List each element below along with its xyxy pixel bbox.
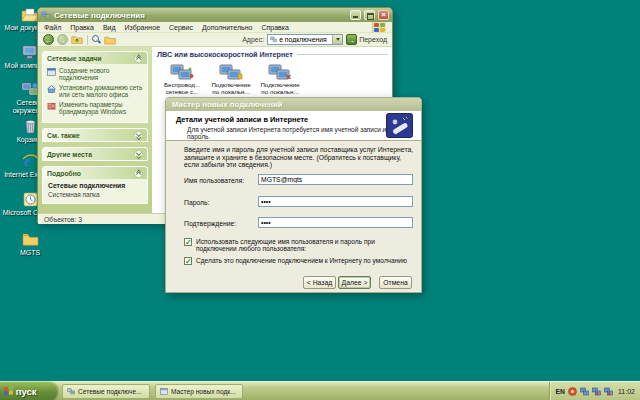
menu-tools[interactable]: Сервис [169, 24, 193, 31]
tray-network-offline-icon[interactable]: × [604, 387, 613, 396]
language-indicator[interactable]: EN [556, 388, 565, 395]
new-connection-wizard-dialog: Мастер новых подключений Детали учетной … [165, 97, 422, 293]
taskbar-button-wizard[interactable]: Мастер новых подк... [155, 384, 243, 399]
details-title: Сетевые подключения [48, 182, 143, 189]
network-tasks-section: Сетевые задачи Создание нового подключен… [42, 51, 148, 123]
use-credentials-label: Использовать следующие имя пользователя … [196, 238, 412, 253]
menu-edit[interactable]: Правка [70, 24, 94, 31]
address-label: Адрес: [242, 36, 264, 43]
password-label: Пароль: [184, 199, 209, 206]
back-button[interactable]: < Назад [303, 276, 336, 289]
default-connection-label: Сделать это подключение подключением к И… [196, 257, 407, 265]
minimize-button[interactable] [350, 10, 361, 20]
confirm-password-field[interactable] [258, 217, 413, 228]
tray-network-icon[interactable] [580, 387, 589, 396]
folders-button[interactable] [104, 35, 116, 45]
new-connection-icon [47, 67, 56, 81]
lan-connection-icon [208, 63, 254, 81]
go-button[interactable]: → Переход [346, 34, 387, 45]
content-group-header: ЛВС или высокоскоростной Интернет [157, 50, 388, 59]
system-tray: EN × × 11:02 [549, 382, 640, 400]
menu-help[interactable]: Справка [261, 24, 288, 31]
wizard-titlebar[interactable]: Мастер новых подключений [166, 98, 421, 111]
other-places-section: Другие места [42, 147, 148, 161]
chevron-up-icon[interactable] [134, 54, 143, 63]
next-button[interactable]: Далее > [338, 276, 371, 289]
desktop-icon-label: MGTS [2, 249, 58, 257]
see-also-section: См. также [42, 128, 148, 142]
other-places-header[interactable]: Другие места [43, 148, 147, 160]
username-label: Имя пользователя: [184, 177, 244, 184]
details-subtitle: Системная папка [48, 191, 143, 198]
use-credentials-checkbox-row: ✓ Использовать следующие имя пользовател… [184, 238, 412, 253]
wizard-window-icon [160, 388, 168, 395]
taskbar-button-network-connections[interactable]: Сетевые подключе... [62, 384, 150, 399]
address-value: е подключения [279, 36, 330, 43]
connection-lan-1[interactable]: Подключение по локальн... [208, 63, 254, 95]
wizard-phone-icon [386, 113, 413, 138]
confirm-password-label: Подтверждение: [184, 220, 236, 227]
menu-advanced[interactable]: Дополнительно [202, 24, 252, 31]
desktop-icon-mgts[interactable]: MGTS [2, 230, 58, 257]
see-also-header[interactable]: См. также [43, 129, 147, 141]
connection-lan-2[interactable]: × Подключение по локальн... [257, 63, 303, 95]
connection-wireless[interactable]: Беспровод... сетевое с... [159, 63, 205, 95]
svg-text:×: × [595, 389, 599, 396]
use-credentials-checkbox[interactable]: ✓ [184, 238, 192, 246]
task-home-network[interactable]: Установить домашнюю сеть или сеть малого… [47, 84, 144, 98]
forward-button[interactable]: → [57, 34, 68, 45]
tray-network-offline-icon[interactable]: × [592, 387, 601, 396]
menu-view[interactable]: Вид [103, 24, 116, 31]
maximize-button[interactable] [364, 10, 375, 20]
wireless-connection-icon [159, 63, 205, 81]
menu-file[interactable]: Файл [44, 24, 61, 31]
start-label: пуск [16, 386, 37, 397]
default-connection-checkbox-row: ✓ Сделать это подключение подключением к… [184, 257, 412, 265]
wizard-title: Мастер новых подключений [172, 100, 283, 109]
back-button[interactable]: ← [43, 34, 54, 45]
firewall-icon [47, 101, 56, 115]
default-connection-checkbox[interactable]: ✓ [184, 257, 192, 265]
task-pane: Сетевые задачи Создание нового подключен… [38, 47, 152, 213]
folder-icon [20, 230, 40, 248]
svg-text:×: × [286, 72, 291, 81]
wizard-header: Детали учетной записи в Интернете Для уч… [166, 111, 421, 141]
address-dropdown-icon[interactable] [332, 35, 342, 44]
home-network-icon [47, 84, 56, 98]
window-title: Сетевые подключения [54, 11, 347, 20]
go-arrow-icon: → [346, 34, 357, 45]
password-field[interactable] [258, 196, 413, 207]
wizard-subheading: Для учетной записи Интернета потребуется… [187, 126, 387, 140]
close-button[interactable]: × [378, 10, 389, 20]
tray-clock: 11:02 [618, 388, 635, 395]
toolbar-separator [87, 35, 88, 45]
chevron-down-icon[interactable] [134, 131, 143, 140]
network-tasks-header[interactable]: Сетевые задачи [43, 52, 147, 64]
taskbar: пуск Сетевые подключе... Мастер новых по… [0, 381, 640, 400]
task-new-connection[interactable]: Создание нового подключения [47, 67, 144, 81]
chevron-up-icon[interactable] [134, 169, 143, 178]
window-icon [41, 11, 51, 20]
up-folder-button[interactable] [71, 34, 83, 45]
tray-status-icon[interactable] [568, 387, 577, 396]
cancel-button[interactable]: Отмена [379, 276, 412, 289]
wizard-body: Введите имя и пароль для учетной записи … [166, 141, 421, 293]
address-icon [270, 36, 277, 43]
details-section: Подробно Сетевые подключения Системная п… [42, 166, 148, 204]
search-button[interactable] [92, 35, 101, 44]
task-firewall-settings[interactable]: Изменить параметры брандмауэра Windows [47, 101, 144, 115]
window-titlebar[interactable]: Сетевые подключения × [38, 8, 392, 22]
menu-favorites[interactable]: Избранное [125, 24, 160, 31]
chevron-down-icon[interactable] [134, 150, 143, 159]
svg-text:×: × [607, 389, 611, 396]
toolbar: ← → Адрес: е подключения → Переход [38, 33, 392, 47]
lan-connection-disconnected-icon: × [257, 63, 303, 81]
address-combobox[interactable]: е подключения [267, 34, 343, 45]
details-header[interactable]: Подробно [43, 167, 147, 179]
wizard-intro-text: Введите имя и пароль для учетной записи … [184, 146, 416, 169]
windows-logo-icon [372, 22, 386, 33]
username-field[interactable] [258, 174, 413, 185]
network-window-icon [67, 388, 75, 395]
menu-bar: Файл Правка Вид Избранное Сервис Дополни… [38, 22, 392, 33]
start-button[interactable]: пуск [0, 382, 57, 400]
